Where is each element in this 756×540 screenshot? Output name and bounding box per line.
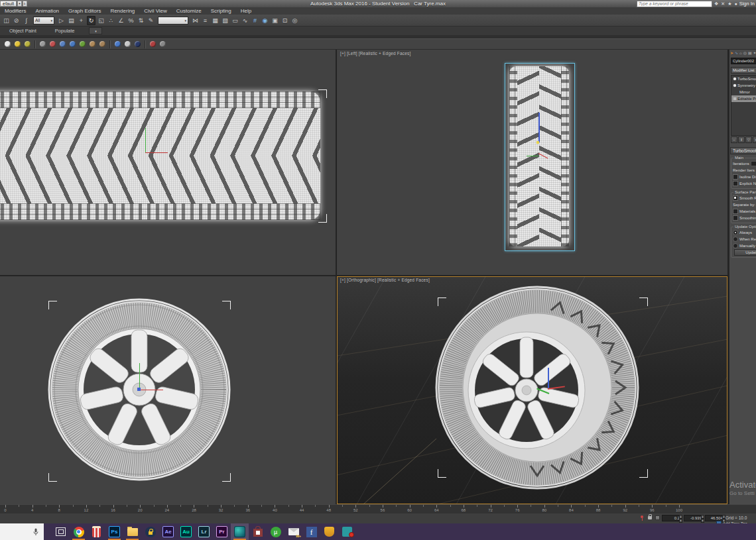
frame-tick[interactable] [59,505,60,508]
frame-tick[interactable] [531,505,531,507]
object-name-field[interactable]: Cylinder002 [731,58,756,64]
isoline-display-row[interactable]: Isoline Display [733,174,756,180]
ribbon-tab-populate[interactable]: Populate [46,28,84,34]
search-input[interactable] [637,1,712,7]
taskbar-store-icon[interactable] [249,523,267,540]
angle-snap-icon[interactable]: ∠ [117,16,125,25]
frame-tick[interactable] [208,505,208,507]
absolute-mode-icon[interactable] [655,515,660,520]
frame-tick[interactable] [558,505,558,507]
frame-tick[interactable] [46,505,46,507]
materials-checkbox[interactable] [733,209,738,214]
select-and-move-icon[interactable]: + [77,16,86,25]
structure-icon[interactable] [60,41,66,47]
taskbar-messaging-app-icon[interactable] [338,523,356,540]
viewport-orthographic[interactable]: [+] [Orthographic] [Realistic + Edged Fa… [337,276,727,504]
frame-tick[interactable] [491,505,491,508]
taskbar-premiere-icon[interactable]: Pr [213,523,231,540]
exchange-icon[interactable]: ✕ [721,1,725,7]
community-icon[interactable]: ❖ [714,1,718,7]
frame-tick[interactable] [477,505,477,507]
globe-icon[interactable] [115,41,121,47]
y-spinner[interactable]: ▲▼ [701,515,704,521]
curve-editor-icon[interactable]: ∿ [241,16,249,25]
smooth-result-checkbox[interactable] [733,195,738,201]
x-spinner[interactable]: ▲▼ [679,515,682,521]
sphere-dark-icon[interactable] [135,41,141,47]
materials-row[interactable]: Materials [733,208,756,215]
menu-modifiers[interactable]: Modifiers [0,7,31,15]
frame-tick[interactable] [167,505,168,508]
frame-tick[interactable] [652,505,653,508]
menu-animation[interactable]: Animation [31,7,64,15]
frame-tick[interactable] [234,505,235,507]
unlink-selection-icon[interactable]: ⊘ [12,16,21,25]
always-row[interactable]: Always [733,229,756,236]
sun-icon[interactable] [15,41,21,47]
menu-graph-editors[interactable]: Graph Editors [64,7,105,15]
modifier-on-icon[interactable] [733,84,736,87]
always-radio[interactable] [733,230,738,235]
frame-tick[interactable] [544,505,545,508]
motion-tab[interactable]: ◎ [743,50,747,56]
stack-item-mirror[interactable]: Mirror [731,89,756,95]
explicit-normals-row[interactable]: Explicit Normals [733,180,756,187]
schematic-view-icon[interactable]: # [251,16,259,25]
frame-tick[interactable] [383,505,383,508]
stack-item-symmetry[interactable]: Symmetry [731,82,756,89]
sign-in-button[interactable]: Sign In [739,1,755,7]
material-editor-icon[interactable]: ◉ [261,16,269,25]
frame-tick[interactable] [585,505,586,507]
user-icon[interactable]: ● [734,1,737,7]
viewport-label[interactable]: [+] [Orthographic] [Realistic + Edged Fa… [340,278,430,282]
taskbar-task-view-icon[interactable] [52,523,70,540]
frame-tick[interactable] [221,505,221,508]
viewport-left[interactable]: [+] [Left] [Realistic + Edged Faces] [337,50,727,275]
snaps-toggle-icon[interactable]: ∴ [107,16,115,25]
modify-tab[interactable]: ∿ [735,50,738,56]
pin-stack-button[interactable]: – [731,136,737,143]
taskbar-lightroom-icon[interactable]: Lr [195,523,213,540]
menu-customize[interactable]: Customize [172,7,206,15]
favorites-icon[interactable]: ★ [727,1,731,7]
viewport-side[interactable] [0,276,336,504]
frame-tick[interactable] [450,505,451,507]
manually-radio[interactable] [733,243,738,248]
frame-tick[interactable] [639,505,639,507]
taskbar-lock-app-icon[interactable] [141,523,159,540]
frame-tick[interactable] [19,505,19,507]
menu-civil-view[interactable]: Civil View [139,7,172,15]
smooth-result-row[interactable]: Smooth Result [733,195,756,201]
diamond-icon[interactable] [40,41,46,47]
stack-item-turbosmooth[interactable]: TurboSmooth [731,76,756,82]
taskbar-photoshop-icon[interactable]: Ps [105,523,123,540]
frame-tick[interactable] [99,505,100,507]
frame-tick[interactable] [194,505,194,508]
frame-tick[interactable] [625,505,626,508]
scene-explorer-icon[interactable]: ▦ [211,16,220,25]
frame-tick[interactable] [598,505,599,508]
taskbar-facebook-icon[interactable]: f [302,523,320,540]
iterations-row[interactable]: Iterations [733,160,756,167]
manually-row[interactable]: Manually [733,243,756,249]
taskbar-mail-icon[interactable]: 99+ [284,523,302,540]
mitt-icon[interactable] [99,41,105,47]
spinner-snap-icon[interactable]: ⇅ [137,16,145,25]
frame-tick[interactable] [302,505,302,508]
ribbon-tab-object-paint[interactable]: Object Paint [0,28,46,34]
menu-scripting[interactable]: Scripting [206,7,236,15]
smoothing-groups-checkbox[interactable] [733,215,738,221]
viewport-label[interactable]: [+] [Left] [Realistic + Edged Faces] [340,51,411,56]
smoothing-groups-row[interactable]: Smoothing Groups [733,215,756,221]
frame-tick[interactable] [666,505,666,507]
claw-icon[interactable] [90,41,95,47]
select-by-name-icon[interactable]: ▤ [67,16,76,25]
utilities-tab[interactable]: ✦ [753,50,756,56]
frame-tick[interactable] [154,505,155,507]
rendered-frame-window-icon[interactable]: ⊡ [281,16,289,25]
frame-tick[interactable] [342,505,343,507]
frame-tick[interactable] [329,505,330,508]
frame-tick[interactable] [517,505,518,508]
frame-tick[interactable] [261,505,262,507]
make-unique-button[interactable]: ▽ [745,136,752,143]
